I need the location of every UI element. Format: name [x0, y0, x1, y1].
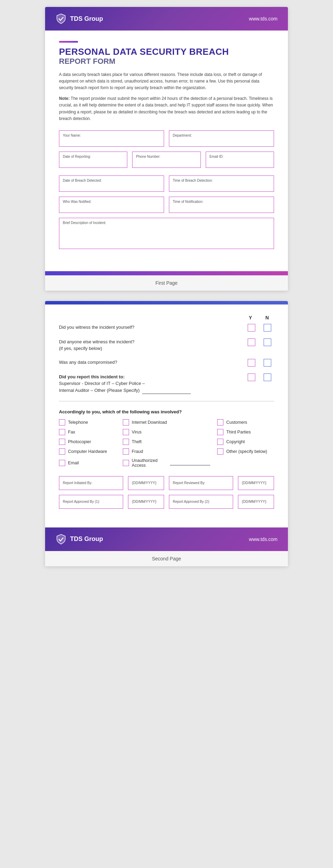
cb-unauthorized[interactable]: [123, 460, 129, 466]
date-breach-field[interactable]: Date of Breach Detected:: [59, 175, 164, 192]
report-approved-date-2-label: {DD/MM/YYYY}:: [242, 500, 267, 504]
time-notif-value: [173, 205, 270, 210]
name-dept-row: Your Name: Department:: [59, 130, 274, 147]
yn-header: Y N: [59, 315, 274, 320]
yn-row-data-compromised: Was any data compromised?: [59, 359, 274, 368]
company-name: TDS Group: [70, 15, 103, 23]
report-approved-date-2-field[interactable]: {DD/MM/YYYY}:: [238, 495, 274, 509]
yn-q4-boxes: [248, 373, 274, 381]
report-reviewed-date-label: {DD/MM/YYYY}:: [242, 481, 267, 485]
yn-q2-no[interactable]: [264, 338, 271, 346]
date-reporting-field[interactable]: Date of Reporting:: [59, 152, 127, 168]
y-label: Y: [246, 315, 255, 320]
page1-content: PERSONAL DATA SECURITY BREACH REPORT FOR…: [45, 31, 288, 268]
department-field[interactable]: Department:: [169, 130, 274, 147]
report-initiated-by-field[interactable]: Report Initiated By:: [59, 476, 123, 490]
your-name-label: Your Name:: [63, 134, 160, 137]
cb-copyright[interactable]: [217, 439, 223, 445]
list-item: Photocopier: [59, 439, 116, 445]
yn-q3-yes[interactable]: [248, 359, 255, 367]
report-reviewed-date-field[interactable]: {DD/MM/YYYY}:: [238, 476, 274, 490]
label-fraud: Fraud: [132, 449, 143, 454]
label-computer-hardware: Computer Hardware: [68, 449, 107, 454]
label-third-parties: Third Parties: [226, 430, 251, 435]
blue-top-band: [45, 301, 288, 304]
cb-email[interactable]: [59, 460, 65, 466]
yn-q3-text: Was any data compromised?: [59, 359, 248, 366]
brand: TDS Group: [56, 13, 103, 24]
list-item: Copyright: [217, 439, 274, 445]
report-initiated-date-label: {DD/MM/YYYY}:: [132, 481, 157, 485]
form-description: A data security breach takes place for v…: [59, 71, 274, 92]
yn-q4-yes[interactable]: [248, 373, 255, 381]
cb-virus[interactable]: [123, 429, 129, 435]
yn-q1-text: Did you witness the incident yourself?: [59, 324, 248, 331]
report-approved-2-field[interactable]: Report Approved By (2):: [169, 495, 233, 509]
time-notif-field[interactable]: Time of Notification:: [169, 197, 274, 213]
who-notified-field[interactable]: Who Was Notified:: [59, 197, 164, 213]
list-item-empty: [217, 458, 274, 468]
date-breach-value: [63, 184, 160, 189]
phone-field[interactable]: Phone Number:: [132, 152, 200, 168]
yn-q4-text: Did you report this incident to: Supervi…: [59, 373, 248, 394]
email-field[interactable]: Email ID:: [206, 152, 274, 168]
first-page-label: First Page: [45, 275, 288, 291]
unauthorized-specify[interactable]: [170, 460, 211, 465]
cb-fax[interactable]: [59, 429, 65, 435]
label-unauthorized: Unauthorized Access: [132, 458, 166, 468]
website-url: www.tds.com: [249, 16, 278, 22]
report-reviewed-by-field[interactable]: Report Reviewed By:: [169, 476, 233, 490]
email-value: [210, 160, 270, 165]
note-text: The report provider must submit the repo…: [59, 96, 273, 121]
page2-footer: TDS Group www.tds.com: [45, 527, 288, 551]
yn-q1-yes[interactable]: [248, 324, 255, 332]
report-initiated-date-field[interactable]: {DD/MM/YYYY}:: [128, 476, 164, 490]
cb-internet-download[interactable]: [123, 419, 129, 426]
yn-q4-no[interactable]: [264, 373, 271, 381]
footer-url: www.tds.com: [249, 536, 278, 542]
yn-row-report-incident: Did you report this incident to: Supervi…: [59, 373, 274, 396]
cb-third-parties[interactable]: [217, 429, 223, 435]
cb-other[interactable]: [217, 448, 223, 455]
your-name-field[interactable]: Your Name:: [59, 130, 164, 147]
breach-date-time-row: Date of Breach Detected: Time of Breach …: [59, 175, 274, 192]
cb-fraud[interactable]: [123, 448, 129, 455]
who-notified-label: Who Was Notified:: [63, 200, 160, 204]
form-title-main: PERSONAL DATA SECURITY BREACH: [59, 47, 274, 57]
yn-q3-boxes: [248, 359, 274, 367]
brief-description-label: Brief Description of Incident:: [63, 221, 270, 225]
page1-header: TDS Group www.tds.com: [45, 7, 288, 31]
page-1: TDS Group www.tds.com PERSONAL DATA SECU…: [45, 7, 288, 291]
time-notif-label: Time of Notification:: [173, 200, 270, 204]
date-breach-label: Date of Breach Detected:: [63, 179, 160, 182]
specify-underline[interactable]: [142, 387, 191, 394]
time-breach-field[interactable]: Time of Breach Detection:: [169, 175, 274, 192]
yn-q3-no[interactable]: [264, 359, 271, 367]
sig-row-2: Report Approved By (1): {DD/MM/YYYY}: Re…: [59, 495, 274, 509]
cb-photocopier[interactable]: [59, 439, 65, 445]
cb-customers[interactable]: [217, 419, 223, 426]
yn-q2-yes[interactable]: [248, 338, 255, 346]
report-approved-date-1-field[interactable]: {DD/MM/YYYY}:: [128, 495, 164, 509]
brief-description-field[interactable]: Brief Description of Incident:: [59, 218, 274, 249]
label-email: Email: [68, 461, 79, 465]
cb-telephone[interactable]: [59, 419, 65, 426]
who-notified-value: [63, 205, 160, 210]
label-customers: Customers: [226, 420, 247, 425]
list-item: Other (specify below): [217, 448, 274, 455]
cb-computer-hardware[interactable]: [59, 448, 65, 455]
separator-band: [45, 271, 288, 275]
cb-theft[interactable]: [123, 439, 129, 445]
page-2: Y N Did you witness the incident yoursel…: [45, 301, 288, 566]
list-item: Email: [59, 458, 116, 468]
phone-label: Phone Number:: [136, 155, 197, 158]
email-label: Email ID:: [210, 155, 270, 158]
label-theft: Theft: [132, 439, 142, 444]
page2-content: Y N Did you witness the incident yoursel…: [45, 304, 288, 527]
report-approved-1-field[interactable]: Report Approved By (1):: [59, 495, 123, 509]
your-name-value: [63, 139, 160, 144]
yn-q1-no[interactable]: [264, 324, 271, 332]
note-label: Note:: [59, 96, 70, 101]
list-item: Third Parties: [217, 429, 274, 435]
label-internet-download: Internet Download: [132, 420, 167, 425]
